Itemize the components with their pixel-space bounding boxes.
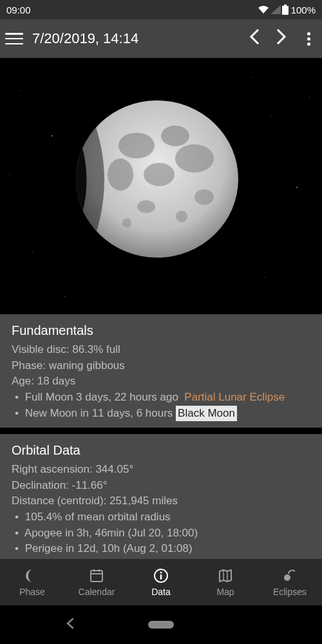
tab-data[interactable]: Data bbox=[129, 559, 193, 605]
orbital-data-card: Orbital Data Right ascension: 344.05° De… bbox=[0, 434, 322, 559]
tab-phase-label: Phase bbox=[19, 587, 45, 597]
radius-pct-value: 105.4% of mean orbital radius bbox=[25, 511, 171, 523]
distance-value: Distance (centroid): 251,945 miles bbox=[12, 493, 310, 509]
more-options-button[interactable] bbox=[301, 28, 317, 50]
info-icon bbox=[153, 567, 169, 584]
phase-value: Phase: waning gibbous bbox=[12, 358, 310, 374]
svg-point-22 bbox=[284, 574, 290, 581]
battery-icon bbox=[282, 5, 289, 15]
svg-rect-19 bbox=[160, 574, 162, 580]
svg-point-9 bbox=[194, 189, 214, 205]
battery-pct: 100% bbox=[291, 5, 316, 15]
svg-point-10 bbox=[137, 200, 155, 213]
svg-point-5 bbox=[161, 126, 189, 146]
app-bar: 7/20/2019, 14:14 bbox=[0, 19, 322, 58]
bullet-icon: • bbox=[12, 509, 22, 526]
map-icon bbox=[217, 567, 234, 584]
visible-disc-value: Visible disc: 86.3% full bbox=[12, 342, 310, 358]
tab-phase[interactable]: Phase bbox=[0, 559, 64, 605]
status-time: 09:00 bbox=[6, 5, 31, 15]
content-scroll[interactable]: Fundamentals Visible disc: 86.3% full Ph… bbox=[0, 58, 322, 559]
prev-button[interactable] bbox=[244, 25, 265, 52]
orbital-title: Orbital Data bbox=[12, 443, 310, 458]
new-moon-value: New Moon in 11 days, 6 hours bbox=[25, 407, 173, 419]
signal-icon bbox=[270, 5, 281, 14]
status-bar: 09:00 100% bbox=[0, 0, 322, 19]
fundamentals-title: Fundamentals bbox=[12, 323, 310, 338]
svg-rect-13 bbox=[91, 571, 102, 582]
svg-point-8 bbox=[144, 163, 175, 186]
svg-point-6 bbox=[175, 144, 214, 173]
full-moon-row: • Full Moon 3 days, 22 hours ago Partial… bbox=[12, 390, 310, 406]
full-moon-value: Full Moon 3 days, 22 hours ago bbox=[25, 391, 178, 403]
svg-point-18 bbox=[160, 572, 162, 574]
wifi-icon bbox=[258, 5, 269, 14]
tab-calendar[interactable]: Calendar bbox=[64, 559, 129, 605]
svg-rect-1 bbox=[284, 5, 287, 6]
radius-pct-row: • 105.4% of mean orbital radius bbox=[12, 509, 310, 526]
eclipse-icon bbox=[281, 567, 298, 584]
perigee-value: Perigee in 12d, 10h (Aug 2, 01:08) bbox=[25, 542, 193, 554]
fundamentals-card: Fundamentals Visible disc: 86.3% full Ph… bbox=[0, 314, 322, 428]
tab-data-label: Data bbox=[151, 587, 171, 597]
svg-point-12 bbox=[122, 218, 131, 227]
tab-eclipses[interactable]: Eclipses bbox=[258, 559, 322, 605]
bullet-icon: • bbox=[12, 390, 22, 406]
svg-point-4 bbox=[118, 133, 155, 158]
svg-point-7 bbox=[108, 158, 133, 191]
system-home-button[interactable] bbox=[148, 621, 174, 629]
status-right: 100% bbox=[258, 5, 316, 15]
new-moon-row: • New Moon in 11 days, 6 hours Black Moo… bbox=[12, 406, 310, 422]
tab-map-label: Map bbox=[216, 587, 234, 597]
declination-value: Declination: -11.66° bbox=[12, 478, 310, 494]
bullet-icon: • bbox=[12, 541, 22, 557]
age-value: Age: 18 days bbox=[12, 374, 310, 390]
next-button[interactable] bbox=[271, 25, 292, 52]
calendar-icon bbox=[88, 567, 105, 584]
phase-icon bbox=[24, 567, 41, 584]
bottom-nav: Phase Calendar Data Map Eclipses bbox=[0, 559, 322, 605]
svg-point-11 bbox=[176, 211, 187, 222]
apogee-value: Apogee in 3h, 46min (Jul 20, 18:00) bbox=[24, 527, 198, 539]
tab-eclipses-label: Eclipses bbox=[273, 587, 307, 597]
svg-rect-0 bbox=[282, 6, 289, 15]
apogee-row: • Apogee in 3h, 46min (Jul 20, 18:00) bbox=[12, 526, 310, 542]
tab-calendar-label: Calendar bbox=[79, 587, 115, 597]
system-nav-bar bbox=[0, 605, 322, 644]
right-ascension-value: Right ascension: 344.05° bbox=[12, 462, 310, 478]
datetime-display[interactable]: 7/20/2019, 14:14 bbox=[32, 30, 235, 47]
menu-icon[interactable] bbox=[5, 32, 23, 46]
moon-visualization[interactable] bbox=[0, 58, 322, 314]
perigee-row: • Perigee in 12d, 10h (Aug 2, 01:08) bbox=[12, 541, 310, 557]
tab-map[interactable]: Map bbox=[193, 559, 258, 605]
bullet-icon: • bbox=[12, 406, 22, 422]
bullet-icon: • bbox=[12, 526, 22, 542]
date-nav bbox=[244, 25, 292, 52]
black-moon-tag[interactable]: Black Moon bbox=[176, 406, 237, 422]
lunar-eclipse-link[interactable]: Partial Lunar Eclipse bbox=[184, 391, 285, 403]
system-back-button[interactable] bbox=[64, 618, 76, 632]
moon-icon bbox=[75, 100, 240, 258]
